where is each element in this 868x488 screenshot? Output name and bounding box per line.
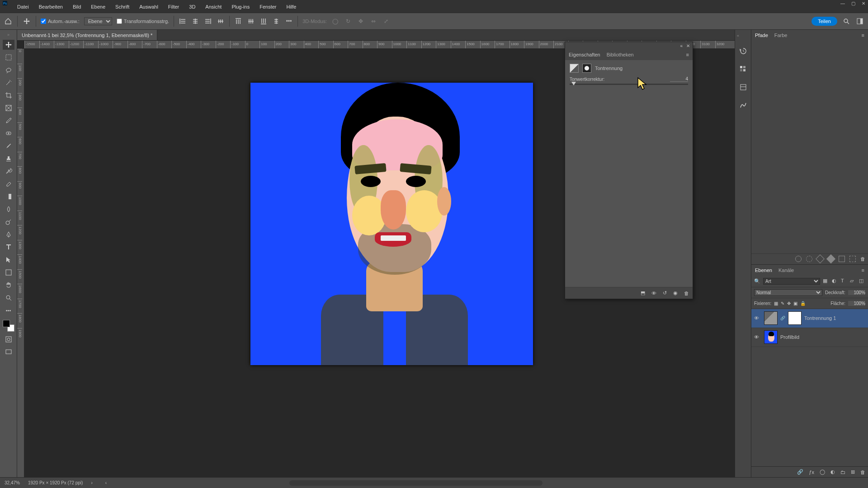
layer-item-tontrennung[interactable]: 👁 🔗 Tontrennung 1 xyxy=(751,309,868,328)
transform-controls-checkbox[interactable]: Transformationsstrg. xyxy=(117,19,169,24)
dodge-tool[interactable] xyxy=(3,217,14,227)
search-icon[interactable] xyxy=(842,17,851,26)
panel-menu-icon[interactable]: ≡ xyxy=(862,33,864,38)
tab-kanaele[interactable]: Kanäle xyxy=(778,267,794,273)
screenmode-icon[interactable] xyxy=(3,347,14,357)
tab-bibliotheken[interactable]: Bibliotheken xyxy=(607,52,634,57)
link-icon[interactable]: 🔗 xyxy=(780,316,785,320)
levels-slider[interactable] xyxy=(570,84,688,85)
eraser-tool[interactable] xyxy=(3,179,14,189)
auto-select-checkbox[interactable]: Autom.-ausw.: xyxy=(41,19,80,24)
path-select-tool[interactable] xyxy=(3,255,14,265)
menu-auswahl[interactable]: Auswahl xyxy=(137,4,160,9)
menu-fenster[interactable]: Fenster xyxy=(258,4,278,9)
window-close-icon[interactable]: ✕ xyxy=(862,1,865,6)
move-tool[interactable] xyxy=(3,40,14,50)
align-bottom-icon[interactable] xyxy=(259,17,268,25)
doc-info-chevron-icon[interactable]: › xyxy=(91,480,92,485)
adj-shortcut-1[interactable] xyxy=(795,256,802,262)
menu-3d[interactable]: 3D xyxy=(187,4,197,9)
menu-bearbeiten[interactable]: Bearbeiten xyxy=(37,4,65,9)
align-middle-v-icon[interactable] xyxy=(247,17,255,25)
layer-name[interactable]: Tontrennung 1 xyxy=(804,315,836,321)
layer-mask-thumb[interactable] xyxy=(788,311,802,325)
menu-filter[interactable]: Filter xyxy=(166,4,181,9)
auto-select-target[interactable]: Ebene xyxy=(84,17,112,25)
adj-shortcut-3[interactable] xyxy=(816,254,825,263)
new-layer-icon[interactable]: ⊞ xyxy=(851,469,855,475)
swatches-panel-icon[interactable] xyxy=(738,64,748,74)
lasso-tool[interactable] xyxy=(3,65,14,75)
lock-all-icon[interactable]: 🔒 xyxy=(800,301,806,306)
tab-eigenschaften[interactable]: Eigenschaften xyxy=(569,52,600,57)
wand-tool[interactable] xyxy=(3,78,14,88)
type-tool[interactable] xyxy=(3,242,14,252)
align-top-icon[interactable] xyxy=(234,17,242,25)
color-swatch[interactable] xyxy=(3,320,14,332)
frame-tool[interactable] xyxy=(3,103,14,113)
layer-item-profilbild[interactable]: 👁 Profilbild xyxy=(751,328,868,347)
hand-tool[interactable] xyxy=(3,280,14,290)
new-adjustment-icon[interactable]: ◐ xyxy=(830,469,835,475)
stamp-tool[interactable] xyxy=(3,154,14,164)
lock-paint-icon[interactable]: ✎ xyxy=(781,301,784,306)
opacity-field[interactable] xyxy=(848,290,865,295)
crop-tool[interactable] xyxy=(3,90,14,100)
history-panel-icon[interactable] xyxy=(738,46,748,56)
menu-plugins[interactable]: Plug-ins xyxy=(230,4,251,9)
canvas[interactable] xyxy=(250,83,533,365)
document-tab[interactable]: Unbenannt-1 bei 32,5% (Tontrennung 1, Eb… xyxy=(17,30,157,40)
distribute-v-icon[interactable] xyxy=(272,17,280,25)
brush-tool[interactable] xyxy=(3,141,14,151)
mask-icon[interactable] xyxy=(582,64,591,73)
new-group-icon[interactable]: 🗀 xyxy=(840,469,845,475)
filter-shape-icon[interactable]: ▱ xyxy=(850,278,856,284)
filter-pixel-icon[interactable]: ▦ xyxy=(823,278,829,284)
blend-mode-select[interactable]: Normal xyxy=(754,289,822,296)
layer-mask-icon[interactable]: ◯ xyxy=(820,469,825,475)
adj-shortcut-2[interactable] xyxy=(806,256,812,262)
window-minimize-icon[interactable]: — xyxy=(840,1,845,6)
lock-transparent-icon[interactable]: ▦ xyxy=(774,301,778,306)
blur-tool[interactable] xyxy=(3,204,14,214)
fill-field[interactable] xyxy=(848,301,865,306)
menu-datei[interactable]: Datei xyxy=(15,4,31,9)
adj-shortcut-4[interactable] xyxy=(826,254,835,263)
reset-icon[interactable]: ↺ xyxy=(663,290,667,296)
align-right-icon[interactable] xyxy=(204,17,212,25)
filter-type-icon[interactable]: T xyxy=(841,278,847,284)
home-icon[interactable] xyxy=(4,17,13,26)
adj-shortcut-5[interactable] xyxy=(839,256,845,262)
window-restore-icon[interactable]: ▢ xyxy=(851,1,855,6)
horizontal-scrollbar[interactable] xyxy=(289,480,542,486)
delete-layer-icon[interactable]: 🗑 xyxy=(860,469,865,475)
properties-panel-icon[interactable] xyxy=(738,82,748,92)
layer-thumb[interactable] xyxy=(764,311,778,325)
filter-smart-icon[interactable]: ◫ xyxy=(859,278,865,284)
layer-thumb[interactable] xyxy=(764,330,778,344)
adj-shortcut-trash-icon[interactable]: 🗑 xyxy=(860,256,865,262)
layer-name[interactable]: Profilbild xyxy=(780,334,799,340)
align-left-icon[interactable] xyxy=(179,17,187,25)
quickmask-icon[interactable] xyxy=(3,334,14,344)
healing-tool[interactable] xyxy=(3,128,14,138)
edit-toolbar-icon[interactable]: ••• xyxy=(3,305,14,315)
layer-filter-kind[interactable]: Art xyxy=(763,278,820,285)
tab-pfade[interactable]: Pfade xyxy=(755,33,768,38)
pen-tool[interactable] xyxy=(3,230,14,239)
menu-hilfe[interactable]: Hilfe xyxy=(284,4,298,9)
visibility-toggle-icon[interactable]: 👁 xyxy=(754,334,761,340)
panel-menu-icon[interactable]: ≡ xyxy=(686,52,689,57)
share-button[interactable]: Teilen xyxy=(811,17,837,26)
zoom-level[interactable]: 32,47% xyxy=(5,480,20,485)
toggle-visibility-icon[interactable]: 👁 xyxy=(651,291,656,296)
align-center-h-icon[interactable] xyxy=(191,17,199,25)
adjustments-panel-icon[interactable] xyxy=(738,100,748,110)
properties-panel[interactable]: « ✕ Eigenschaften Bibliotheken ≡ Tontren… xyxy=(565,42,693,299)
marquee-tool[interactable] xyxy=(3,52,14,62)
preview-icon[interactable]: ◉ xyxy=(673,290,678,296)
tab-ebenen[interactable]: Ebenen xyxy=(755,267,772,273)
menu-schrift[interactable]: Schrift xyxy=(113,4,131,9)
layers-menu-icon[interactable]: ≡ xyxy=(862,267,864,273)
more-align-icon[interactable]: ••• xyxy=(285,17,293,25)
